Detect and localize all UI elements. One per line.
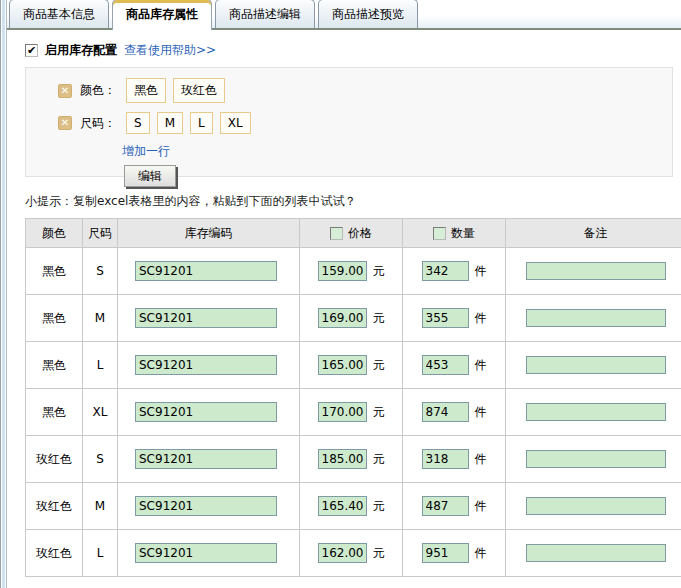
row-color-cell: 黑色 [26,342,83,389]
edit-button[interactable]: 编辑 [124,165,176,187]
code-input[interactable] [135,355,277,375]
attribute-rows: ✕颜色：黑色玫红色✕尺码：SMLXL [58,78,672,134]
code-input[interactable] [135,543,277,563]
attribute-value-button[interactable]: M [157,112,183,134]
row-code-cell [118,483,300,530]
attribute-value-button[interactable]: 黑色 [126,78,166,103]
header-qty: 数量 [403,219,506,248]
attribute-value-button[interactable]: 玫红色 [173,78,225,103]
price-input[interactable] [318,308,367,328]
tab-0[interactable]: 商品基本信息 [9,0,109,28]
qty-input[interactable] [422,496,469,516]
table-row: 玫红色L元件 [26,530,681,577]
price-input[interactable] [318,496,367,516]
remark-input[interactable] [526,262,666,280]
sku-table-header: 颜色 尺码 库存编码 价格 数量 [26,219,681,248]
delete-attribute-icon[interactable]: ✕ [58,116,72,130]
attribute-config-box: ✕颜色：黑色玫红色✕尺码：SMLXL 增加一行 编辑 [25,67,673,177]
row-qty-cell: 件 [403,342,506,389]
remark-input[interactable] [526,450,666,468]
row-price-cell: 元 [300,389,403,436]
price-input[interactable] [318,543,367,563]
header-price-label: 价格 [348,225,372,242]
qty-input[interactable] [422,355,469,375]
attribute-value-button[interactable]: L [190,112,213,134]
row-remark-cell [506,530,681,577]
row-color-cell: 玫红色 [26,436,83,483]
attribute-value-button[interactable]: S [126,112,150,134]
price-column-checkbox[interactable] [330,227,343,240]
code-input[interactable] [135,308,277,328]
price-unit-label: 元 [373,451,385,468]
table-row: 玫红色M元件 [26,483,681,530]
row-price-cell: 元 [300,295,403,342]
tab-bar: 商品基本信息商品库存属性商品描述编辑商品描述预览 [7,0,681,30]
remark-input[interactable] [526,544,666,562]
row-remark-cell [506,295,681,342]
header-price: 价格 [300,219,403,248]
qty-input[interactable] [422,449,469,469]
row-color-cell: 黑色 [26,248,83,295]
tab-2[interactable]: 商品描述编辑 [215,0,315,28]
row-size-cell: M [83,483,118,530]
table-row: 玫红色S元件 [26,436,681,483]
row-remark-cell [506,483,681,530]
tip-text: 小提示：复制excel表格里的内容，粘贴到下面的列表中试试？ [25,193,678,210]
row-code-cell [118,389,300,436]
enable-inventory-checkbox[interactable]: ✔ [25,44,38,57]
sku-table: 颜色 尺码 库存编码 价格 数量 [25,218,681,577]
row-color-cell: 黑色 [26,295,83,342]
price-unit-label: 元 [373,357,385,374]
row-price-cell: 元 [300,530,403,577]
qty-unit-label: 件 [475,357,487,374]
qty-input[interactable] [422,402,469,422]
row-size-cell: XL [83,389,118,436]
remark-input[interactable] [526,309,666,327]
qty-input[interactable] [422,308,469,328]
code-input[interactable] [135,449,277,469]
qty-unit-label: 件 [475,404,487,421]
qty-input[interactable] [422,261,469,281]
product-edit-page: 商品基本信息商品库存属性商品描述编辑商品描述预览 ✔ 启用库存配置 查看使用帮助… [7,0,681,588]
add-row-link[interactable]: 增加一行 [122,144,170,158]
table-row: 黑色XL元件 [26,389,681,436]
qty-unit-label: 件 [475,263,487,280]
row-code-cell [118,342,300,389]
qty-unit-label: 件 [475,545,487,562]
tab-3[interactable]: 商品描述预览 [318,0,418,28]
row-remark-cell [506,436,681,483]
remark-input[interactable] [526,403,666,421]
qty-column-checkbox[interactable] [433,227,446,240]
remark-input[interactable] [526,356,666,374]
price-input[interactable] [318,355,367,375]
price-input[interactable] [318,402,367,422]
code-input[interactable] [135,261,277,281]
row-qty-cell: 件 [403,248,506,295]
row-code-cell [118,295,300,342]
row-color-cell: 玫红色 [26,483,83,530]
qty-input[interactable] [422,543,469,563]
price-unit-label: 元 [373,498,385,515]
row-size-cell: M [83,295,118,342]
attribute-label: 颜色： [80,82,116,99]
header-qty-label: 数量 [451,225,475,242]
price-unit-label: 元 [373,404,385,421]
help-link[interactable]: 查看使用帮助>> [124,42,216,59]
header-color: 颜色 [26,219,83,248]
code-input[interactable] [135,402,277,422]
row-size-cell: L [83,342,118,389]
row-qty-cell: 件 [403,530,506,577]
tab-1-active[interactable]: 商品库存属性 [112,0,212,30]
window-frame: 商品基本信息商品库存属性商品描述编辑商品描述预览 ✔ 启用库存配置 查看使用帮助… [0,0,681,588]
price-input[interactable] [318,449,367,469]
delete-attribute-icon[interactable]: ✕ [58,84,72,98]
code-input[interactable] [135,496,277,516]
attribute-row-0: ✕颜色：黑色玫红色 [58,78,672,103]
attribute-value-button[interactable]: XL [220,112,251,134]
price-input[interactable] [318,261,367,281]
row-price-cell: 元 [300,248,403,295]
qty-unit-label: 件 [475,498,487,515]
row-code-cell [118,248,300,295]
remark-input[interactable] [526,497,666,515]
row-color-cell: 黑色 [26,389,83,436]
